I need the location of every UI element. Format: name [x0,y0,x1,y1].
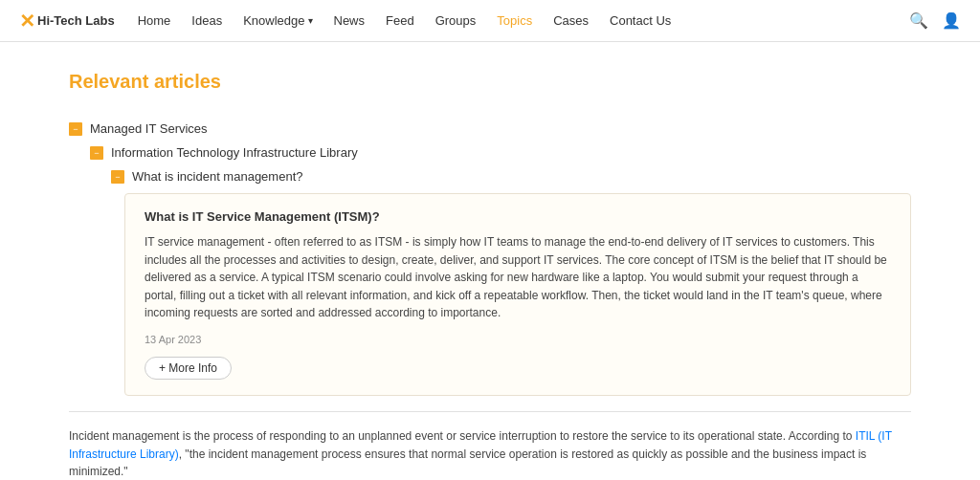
bottom-text-after-link: , "the incident management process ensur… [69,447,866,479]
nav-feed[interactable]: Feed [386,13,414,28]
nav-knowledge[interactable]: Knowledge ▾ [243,13,312,28]
logo-label: Hi-Tech Labs [37,13,115,28]
article-card: What is IT Service Management (ITSM)? IT… [124,193,911,396]
collapse-icon-3: − [111,170,124,184]
nav-news[interactable]: News [334,13,366,28]
navbar: ✕ Hi-Tech Labs Home Ideas Knowledge ▾ Ne… [0,0,980,42]
nav-groups[interactable]: Groups [435,13,477,28]
tree-item-level-2[interactable]: − Information Technology Infrastructure … [90,145,911,160]
page-title: Relevant articles [69,71,911,93]
tree-item-level-1[interactable]: − Managed IT Services [69,121,911,136]
collapse-icon-1: − [69,122,82,136]
card-title: What is IT Service Management (ITSM)? [145,209,891,224]
search-icon[interactable]: 🔍 [909,11,928,30]
user-icon[interactable]: 👤 [942,11,961,30]
nav-ideas[interactable]: Ideas [191,13,222,28]
logo-x-icon: ✕ [19,10,35,33]
collapse-icon-2: − [90,146,103,160]
card-date: 13 Apr 2023 [145,334,891,345]
nav-contact-us[interactable]: Contact Us [610,13,671,28]
more-info-button[interactable]: + More Info [145,357,232,380]
bottom-section: Incident management is the process of re… [69,411,911,480]
nav-home[interactable]: Home [138,13,171,28]
tree-item-level-3[interactable]: − What is incident management? [111,169,911,184]
nav-topics[interactable]: Topics [497,13,532,28]
chevron-down-icon: ▾ [308,15,313,26]
main-content: Relevant articles − Managed IT Services … [31,42,949,480]
nav-links: Home Ideas Knowledge ▾ News Feed Groups … [138,13,909,28]
logo[interactable]: ✕ Hi-Tech Labs [19,10,115,33]
tree-label-2: Information Technology Infrastructure Li… [111,145,358,160]
bottom-text-before-link: Incident management is the process of re… [69,429,856,443]
tree-label-3: What is incident management? [132,169,302,184]
nav-icons: 🔍 👤 [909,11,961,30]
card-body: IT service management - often referred t… [145,233,891,322]
incident-description: Incident management is the process of re… [69,427,911,480]
nav-cases[interactable]: Cases [553,13,589,28]
tree-label-1: Managed IT Services [90,121,208,136]
